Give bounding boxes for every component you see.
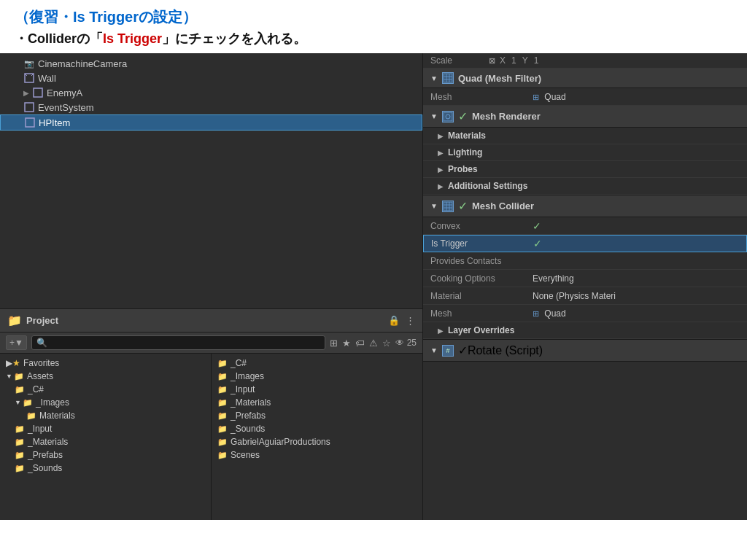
is-trigger-row[interactable]: Is Trigger ✓	[423, 235, 747, 252]
mesh-value-text: Quad	[544, 92, 565, 102]
hierarchy-item-enemya[interactable]: ▶ EnemyA	[0, 85, 422, 100]
svg-rect-6	[444, 74, 452, 82]
tree-prefabs[interactable]: 📁 _Prefabs	[0, 448, 211, 462]
mesh-collider-header[interactable]: ▼ ✓ Mesh Collider	[423, 195, 747, 217]
left-panel: 📷 CinemachineCamera Wall ▶ EnemyA	[0, 53, 423, 520]
scale-field: X 1 Y 1	[500, 55, 538, 66]
svg-rect-3	[34, 88, 42, 97]
layer-overrides-header[interactable]: ▶ Layer Overrides	[423, 322, 747, 339]
layer-overrides-label: Layer Overrides	[448, 325, 514, 335]
asset-images[interactable]: 📁 _Images	[212, 370, 422, 383]
project-tree: ▶ ★ Favorites ▼ 📁 Assets 📁 _C# ▼	[0, 354, 212, 520]
subtitle-highlight: Is Trigger	[103, 31, 162, 46]
tree-images[interactable]: ▼ 📁 _Images	[0, 396, 211, 409]
mesh-collider-checkbox[interactable]: ✓	[458, 199, 468, 213]
asset-input-icon: 📁	[217, 385, 228, 394]
eventsystem-label: EventSystem	[38, 102, 94, 113]
mesh-filter-arrow: ▼	[430, 74, 438, 82]
tree-sounds[interactable]: 📁 _Sounds	[0, 462, 211, 475]
svg-rect-5	[26, 118, 34, 127]
star2-icon[interactable]: ☆	[382, 338, 391, 349]
fav-arrow: ▶	[6, 358, 12, 368]
tree-csharp[interactable]: 📁 _C#	[0, 383, 211, 396]
asset-csharp-icon: 📁	[217, 359, 228, 368]
additional-settings-header[interactable]: ▶ Additional Settings	[423, 178, 747, 195]
scale-label: Scale	[430, 55, 489, 66]
asset-gabriel[interactable]: 📁 GabrielAguiarProductions	[212, 435, 422, 448]
asset-input-label: _Input	[231, 384, 255, 394]
tag-icon[interactable]: 🏷	[355, 338, 365, 349]
menu-icon[interactable]: ⋮	[406, 315, 415, 326]
enemya-label: EnemyA	[47, 88, 82, 98]
lock-icon[interactable]: 🔒	[388, 315, 400, 326]
asset-csharp-label: _C#	[231, 358, 247, 368]
hierarchy-item-eventsystem[interactable]: EventSystem	[0, 100, 422, 114]
asset-scenes[interactable]: 📁 Scenes	[212, 448, 422, 462]
asset-images-icon: 📁	[217, 372, 228, 381]
images-folder-icon: 📁	[23, 398, 33, 408]
project-toolbar: +▼ ⊞ ★ 🏷 ⚠ ☆ 👁 25	[0, 332, 422, 354]
project-header-icons: 🔒 ⋮	[388, 315, 415, 326]
camera-icon: 📷	[23, 58, 35, 69]
annotation-area: （復習・Is Triggerの設定） ・Colliderの「Is Trigger…	[0, 0, 747, 53]
scale-x-value: 1	[511, 55, 516, 66]
scale-y-label: Y	[522, 55, 528, 66]
mesh-renderer-header[interactable]: ▼ ✓ Mesh Renderer	[423, 106, 747, 128]
svg-rect-4	[25, 103, 34, 112]
lighting-header[interactable]: ▶ Lighting	[423, 144, 747, 161]
mesh-collider-arrow: ▼	[430, 202, 438, 210]
tree-input[interactable]: 📁 _Input	[0, 422, 211, 435]
mesh-collider-mesh-label: Mesh	[430, 308, 533, 319]
cooking-options-value: Everything	[533, 273, 740, 284]
asset-input[interactable]: 📁 _Input	[212, 383, 422, 396]
rotate-script-header[interactable]: ▼ # ✓ Rotate (Script)	[423, 339, 747, 362]
svg-rect-11	[444, 112, 452, 121]
project-header-left: 📁 Project	[7, 314, 58, 327]
asset-prefabs[interactable]: 📁 _Prefabs	[212, 409, 422, 422]
convex-label: Convex	[430, 221, 533, 231]
tree-materials[interactable]: 📁 Materials	[0, 409, 211, 422]
asset-materials-icon: 📁	[217, 398, 228, 408]
materials-label: Materials	[448, 131, 486, 141]
favorites-icon[interactable]: ★	[342, 338, 351, 349]
csharp-label: _C#	[28, 384, 44, 394]
probes-arrow: ▶	[438, 166, 444, 174]
probes-header[interactable]: ▶ Probes	[423, 161, 747, 178]
assets-arrow: ▼	[6, 373, 12, 380]
materials-header[interactable]: ▶ Materials	[423, 128, 747, 144]
mesh-renderer-checkbox[interactable]: ✓	[458, 109, 468, 123]
search-input[interactable]	[31, 335, 325, 350]
tree-assets[interactable]: ▼ 📁 Assets	[0, 370, 211, 383]
add-button[interactable]: +▼	[6, 335, 27, 350]
scale-x-label: X	[500, 55, 506, 66]
alert-icon[interactable]: ⚠	[369, 338, 378, 349]
mesh-filter-header[interactable]: ▼ Quad (Mesh Filter)	[423, 69, 747, 88]
tree-materials2[interactable]: 📁 _Materials	[0, 435, 211, 448]
grid-icon[interactable]: ⊞	[330, 338, 338, 349]
asset-gabriel-label: GabrielAguiarProductions	[231, 437, 330, 447]
svg-rect-13	[444, 202, 452, 211]
mesh-renderer-arrow: ▼	[430, 112, 438, 120]
prefabs-folder-icon: 📁	[15, 451, 25, 460]
asset-sounds[interactable]: 📁 _Sounds	[212, 422, 422, 435]
is-trigger-checkmark[interactable]: ✓	[533, 238, 542, 249]
input-label: _Input	[28, 424, 52, 434]
materials2-folder-icon: 📁	[15, 438, 25, 447]
asset-materials[interactable]: 📁 _Materials	[212, 396, 422, 409]
hierarchy-item-wall[interactable]: Wall	[0, 71, 422, 85]
hierarchy-item-cinemachine[interactable]: 📷 CinemachineCamera	[0, 56, 422, 71]
rotate-script-checkbox[interactable]: ✓	[458, 343, 468, 357]
hierarchy-panel: 📷 CinemachineCamera Wall ▶ EnemyA	[0, 53, 422, 308]
mesh-collider-title: Mesh Collider	[472, 201, 534, 211]
probes-label: Probes	[448, 164, 478, 174]
cooking-options-row: Cooking Options Everything	[423, 270, 747, 287]
convex-checkmark[interactable]: ✓	[533, 220, 541, 232]
favorites-label: Favorites	[23, 358, 59, 368]
project-panel: 📁 Project 🔒 ⋮ +▼ ⊞ ★ 🏷 ⚠ ☆ 👁 25	[0, 308, 422, 520]
asset-materials-label: _Materials	[231, 397, 271, 408]
assets-folder-icon: 📁	[14, 372, 24, 381]
hierarchy-item-hpitem[interactable]: HPItem	[0, 114, 422, 131]
annotation-title: （復習・Is Triggerの設定）	[15, 7, 732, 27]
sounds-folder-icon: 📁	[15, 464, 25, 473]
asset-csharp[interactable]: 📁 _C#	[212, 357, 422, 370]
